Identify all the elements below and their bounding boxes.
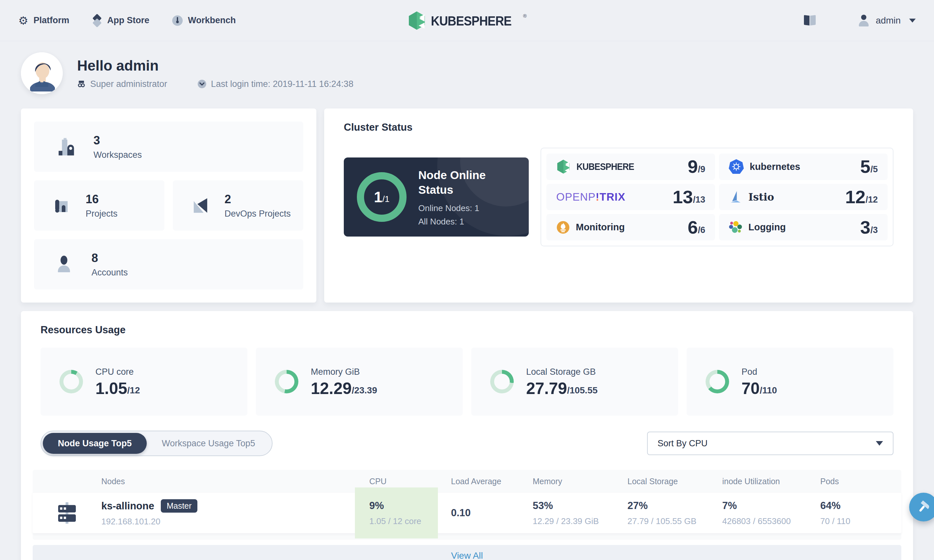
user-icon — [858, 15, 869, 26]
overview-card: 3 Workspaces 16 Projects — [21, 108, 316, 303]
col-header-local-storage: Local Storage — [628, 477, 722, 486]
component-value: 13 — [672, 188, 693, 206]
welcome-banner: Hello admin Super administrator — [21, 52, 913, 94]
kubesphere-logo[interactable]: KUBESPHERE ® — [408, 11, 527, 30]
openpitrix-light-part: OPENP — [556, 191, 596, 203]
component-tile-openpitrix: OPENP!TRIX 13/13 — [546, 184, 715, 211]
cpu-detail: 1.05 / 12 core — [369, 516, 438, 526]
logging-icon — [729, 220, 743, 234]
pods-percent: 64% — [820, 500, 901, 512]
logo-wordmark: KUBESPHERE — [431, 14, 511, 28]
workspaces-label: Workspaces — [94, 150, 142, 160]
component-tile-monitoring: Monitoring 6/6 — [546, 214, 715, 240]
component-name: Istio — [748, 191, 774, 203]
nav-right: admin — [804, 15, 916, 26]
monitoring-prometheus-icon — [556, 220, 570, 234]
table-row[interactable]: ks-allinone Master 192.168.101.20 9% 1.0… — [33, 493, 901, 533]
pods-detail: 70 / 110 — [820, 516, 901, 526]
metric-pod: Pod 70/110 — [686, 348, 894, 415]
metric-value: 27.79 — [526, 380, 567, 397]
online-nodes-line: Online Nodes: 1 — [418, 203, 516, 213]
openpitrix-bang-part: ! — [596, 191, 600, 203]
node-status-card-title: Node Online Status — [418, 168, 516, 197]
storage-ring — [490, 370, 514, 393]
projects-tile[interactable]: 16 Projects — [34, 180, 165, 231]
table-header-row: Nodes CPU Load Average Memory Local Stor… — [33, 470, 901, 493]
cluster-status-title: Cluster Status — [344, 122, 894, 133]
avatar — [21, 52, 63, 94]
metric-total: /23.39 — [352, 385, 377, 397]
component-value: 6 — [688, 218, 698, 237]
component-value: 3 — [860, 218, 870, 237]
istio-icon — [729, 190, 743, 204]
node-online-status-card: 1 /1 Node Online Status Online Nodes: 1 … — [344, 157, 529, 237]
workspaces-tile[interactable]: 3 Workspaces — [34, 122, 303, 172]
nav-item-platform[interactable]: ⚙ Platform — [18, 15, 69, 26]
component-tile-kubesphere: KUBESPHERE 9/9 — [546, 154, 715, 180]
user-name: admin — [876, 15, 901, 26]
col-header-memory: Memory — [533, 477, 628, 486]
component-tile-istio: Istio 12/12 — [719, 184, 888, 211]
kubernetes-icon — [729, 159, 744, 174]
accounts-tile[interactable]: 8 Accounts — [34, 239, 303, 289]
kubesphere-component-icon — [556, 160, 571, 174]
gear-icon: ⚙ — [18, 15, 28, 26]
usage-tab-group: Node Usage Top5 Workspace Usage Top5 — [40, 431, 272, 456]
component-value: 9 — [688, 157, 698, 176]
nav-item-app-store[interactable]: App Store — [92, 15, 149, 26]
last-login-label: Last login time: 2019-11-11 16:24:38 — [211, 79, 354, 89]
master-badge: Master — [161, 499, 197, 512]
component-total: /12 — [865, 195, 878, 206]
devops-label: DevOps Projects — [225, 209, 291, 219]
metric-value: 1.05 — [95, 380, 127, 397]
app-store-icon — [92, 15, 102, 26]
component-tile-logging: Logging 3/3 — [719, 214, 888, 240]
tab-node-usage-top5[interactable]: Node Usage Top5 — [43, 433, 147, 454]
component-total: /3 — [870, 225, 878, 237]
role-label: Super administrator — [90, 79, 167, 89]
metric-label: Pod — [742, 367, 777, 377]
sort-by-value: Sort By CPU — [657, 438, 708, 449]
component-name: Monitoring — [576, 222, 625, 232]
resource-metrics: CPU core 1.05/12 Memory GiB 12.29/23.39 … — [33, 348, 901, 415]
resources-usage-title: Resources Usage — [33, 324, 901, 336]
resources-usage-card: Resources Usage CPU core 1.05/12 Memory … — [21, 311, 913, 560]
metric-value: 70 — [742, 380, 760, 397]
docs-icon[interactable] — [804, 15, 816, 26]
col-header-inode: inode Utilization — [722, 477, 820, 486]
view-all-link[interactable]: View All — [451, 551, 483, 560]
cpu-cell: 9% 1.05 / 12 core — [355, 488, 438, 538]
tab-workspace-usage-top5[interactable]: Workspace Usage Top5 — [147, 433, 270, 454]
component-total: /13 — [693, 195, 705, 206]
component-value: 5 — [860, 157, 870, 176]
tab-label: Workspace Usage Top5 — [162, 438, 255, 449]
nav-item-workbench[interactable]: Workbench — [172, 15, 236, 26]
node-ip: 192.168.101.20 — [101, 517, 369, 527]
inode-detail: 426803 / 6553600 — [722, 516, 820, 526]
sort-by-select[interactable]: Sort By CPU — [647, 432, 894, 455]
projects-icon — [52, 196, 71, 215]
col-header-pods: Pods — [820, 477, 901, 486]
col-header-cpu: CPU — [369, 477, 451, 486]
nav-item-label: Workbench — [188, 15, 236, 26]
banner-text: Hello admin Super administrator — [77, 57, 353, 89]
metric-value: 12.29 — [311, 380, 352, 397]
user-role: Super administrator — [77, 79, 167, 89]
metric-label: CPU core — [95, 367, 140, 377]
storage-percent: 27% — [628, 500, 722, 512]
registered-mark: ® — [523, 13, 526, 18]
inode-percent: 7% — [722, 500, 820, 512]
workspaces-icon — [55, 136, 77, 157]
cluster-status-card: Cluster Status 1 /1 Node Online Status O… — [324, 108, 913, 303]
chevron-down-icon — [909, 18, 916, 23]
metric-label: Local Storage GB — [526, 367, 598, 377]
accounts-icon — [55, 254, 74, 274]
cpu-percent: 9% — [369, 500, 438, 512]
login-time-icon — [197, 79, 206, 89]
memory-ring — [275, 370, 299, 393]
cluster-components-panel: KUBESPHERE 9/9 — [540, 148, 894, 246]
memory-detail: 12.29 / 23.39 GiB — [533, 516, 628, 526]
devops-projects-tile[interactable]: 2 DevOps Projects — [173, 180, 303, 231]
node-name: ks-allinone — [101, 500, 154, 512]
user-menu[interactable]: admin — [858, 15, 916, 26]
